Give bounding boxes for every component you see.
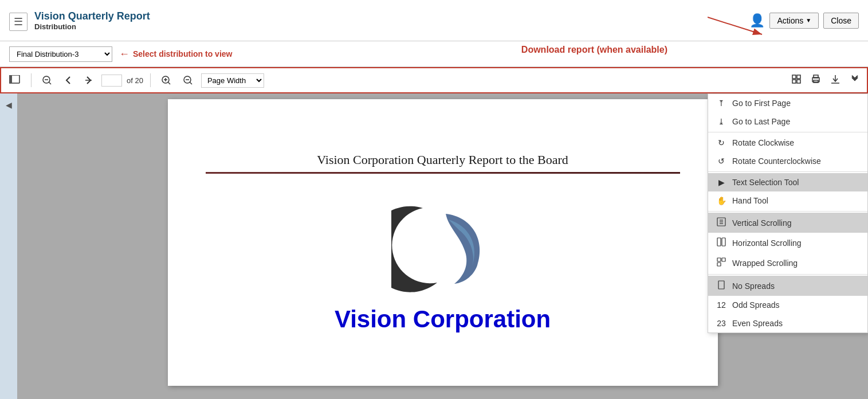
zoom-select[interactable]: Page Width Fit Page 50% 75% 100% 125% 15… xyxy=(201,73,264,88)
toggle-sidebar-toolbar-btn[interactable] xyxy=(6,74,24,87)
no-spreads-icon xyxy=(716,280,726,291)
wrapped-scroll-icon xyxy=(716,257,726,268)
odd-spreads-icon: 12 xyxy=(716,300,726,310)
menu-separator xyxy=(708,132,867,132)
toolbar-dropdown-menu: ⤒Go to First Page⤓Go to Last Page↻Rotate… xyxy=(708,93,868,333)
even-spreads-label: Even Spreads xyxy=(732,319,783,328)
svg-line-6 xyxy=(49,82,51,84)
odd-spreads-label: Odd Spreads xyxy=(732,300,780,310)
fit-page-btn[interactable] xyxy=(789,73,804,88)
pdf-page: Vision Corporation Quarterly Report to t… xyxy=(168,99,718,386)
text-sel-label: Text Selection Tool xyxy=(732,178,799,187)
toolbar-right xyxy=(789,73,862,88)
menu-separator xyxy=(708,171,867,172)
header-right: 👤 Actions ▼ Close xyxy=(749,13,859,29)
sidebar-toggle-icon[interactable]: ☰ xyxy=(9,13,28,31)
svg-rect-34 xyxy=(718,281,724,289)
svg-rect-15 xyxy=(792,75,796,79)
sidebar-toggle-icon xyxy=(9,75,21,85)
pdf-title-divider xyxy=(206,172,680,174)
horiz-scroll-label: Horizontal Scrolling xyxy=(732,238,802,248)
print-btn[interactable] xyxy=(808,73,823,88)
svg-rect-33 xyxy=(717,263,721,266)
svg-rect-32 xyxy=(722,258,725,261)
svg-rect-30 xyxy=(722,238,725,246)
rotate-cw-label: Rotate Clockwise xyxy=(732,138,794,147)
menu-item-go-first[interactable]: ⤒Go to First Page xyxy=(708,94,867,112)
toolbar-separator-2 xyxy=(150,73,151,87)
svg-rect-17 xyxy=(792,80,796,83)
text-sel-icon: ▶ xyxy=(716,178,726,187)
vision-corp-logo xyxy=(391,191,494,294)
header-text: Vision Quarterly Report Distribution xyxy=(34,10,150,31)
menu-item-wrapped-scroll[interactable]: Wrapped Scrolling xyxy=(708,253,867,273)
svg-rect-18 xyxy=(797,80,800,83)
more-btn[interactable] xyxy=(847,73,862,88)
menu-item-go-last[interactable]: ⤓Go to Last Page xyxy=(708,112,867,131)
menu-item-even-spreads[interactable]: 23Even Spreads xyxy=(708,314,867,332)
menu-separator xyxy=(708,211,867,212)
pdf-document-title: Vision Corporation Quarterly Report to t… xyxy=(317,152,568,167)
menu-item-text-sel[interactable]: ▶Text Selection Tool xyxy=(708,173,867,191)
svg-rect-16 xyxy=(797,75,800,79)
menu-item-no-spreads[interactable]: No Spreads xyxy=(708,276,867,296)
page-number-input[interactable]: 1 xyxy=(101,75,122,87)
document-subtitle: Distribution xyxy=(34,22,150,31)
menu-item-odd-spreads[interactable]: 12Odd Spreads xyxy=(708,296,867,314)
go-last-label: Go to Last Page xyxy=(732,117,790,126)
left-panel-btn[interactable]: ◀ xyxy=(3,98,14,112)
menu-separator xyxy=(708,274,867,275)
download-annotation: Download report (when available) xyxy=(521,45,667,55)
menu-item-hand[interactable]: ✋Hand Tool xyxy=(708,191,867,210)
distribution-bar: Final Distribution-3 ← Select distributi… xyxy=(0,41,868,67)
vert-scroll-icon xyxy=(716,217,726,228)
pdf-toolbar: 1 of 20 Page Width Fit Page 50% 75% 100%… xyxy=(0,67,868,93)
svg-line-11 xyxy=(168,82,170,84)
vert-scroll-label: Vertical Scrolling xyxy=(732,218,792,228)
pdf-company-name: Vision Corporation xyxy=(335,306,551,333)
actions-dropdown-arrow: ▼ xyxy=(806,17,811,24)
distribution-annotation: ← Select distribution to view xyxy=(119,48,232,60)
hand-label: Hand Tool xyxy=(732,196,768,205)
prev-page-btn[interactable] xyxy=(60,75,76,86)
menu-item-rotate-ccw[interactable]: ↺Rotate Counterclockwise xyxy=(708,152,867,170)
close-button[interactable]: Close xyxy=(823,13,859,29)
svg-rect-3 xyxy=(9,75,12,83)
go-first-label: Go to First Page xyxy=(732,99,791,108)
svg-rect-29 xyxy=(717,238,721,246)
distribution-select[interactable]: Final Distribution-3 xyxy=(9,46,112,62)
toolbar-separator xyxy=(31,73,32,87)
go-last-icon: ⤓ xyxy=(716,117,726,126)
main-content: ◀ Vision Corporation Quarterly Report to… xyxy=(0,93,868,399)
horiz-scroll-icon xyxy=(716,237,726,248)
go-first-icon: ⤒ xyxy=(716,99,726,108)
rotate-ccw-icon: ↺ xyxy=(716,157,726,166)
svg-rect-20 xyxy=(814,75,818,78)
zoom-in-btn[interactable] xyxy=(158,74,175,87)
rotate-cw-icon: ↻ xyxy=(716,138,726,147)
header: ☰ Vision Quarterly Report Distribution 👤… xyxy=(0,0,868,41)
no-spreads-label: No Spreads xyxy=(732,281,775,291)
distribution-annotation-text: Select distribution to view xyxy=(133,49,232,58)
actions-button[interactable]: Actions ▼ xyxy=(769,13,819,29)
left-panel: ◀ xyxy=(0,93,17,399)
zoom-out-btn-2[interactable] xyxy=(179,74,197,87)
person-icon: 👤 xyxy=(749,13,765,28)
left-arrow-icon: ← xyxy=(119,48,129,60)
menu-item-vert-scroll[interactable]: Vertical Scrolling xyxy=(708,213,867,233)
svg-rect-31 xyxy=(717,258,721,261)
header-left: ☰ Vision Quarterly Report Distribution xyxy=(9,10,150,31)
zoom-out-btn[interactable] xyxy=(38,74,56,87)
wrapped-scroll-label: Wrapped Scrolling xyxy=(732,259,798,268)
document-title: Vision Quarterly Report xyxy=(34,10,150,22)
even-spreads-icon: 23 xyxy=(716,319,726,328)
next-page-btn[interactable] xyxy=(81,75,97,86)
menu-item-horiz-scroll[interactable]: Horizontal Scrolling xyxy=(708,233,867,253)
download-btn[interactable] xyxy=(828,73,843,88)
rotate-ccw-label: Rotate Counterclockwise xyxy=(732,157,821,166)
menu-item-rotate-cw[interactable]: ↻Rotate Clockwise xyxy=(708,134,867,152)
page-total: of 20 xyxy=(127,76,143,85)
svg-line-14 xyxy=(190,82,192,84)
svg-rect-21 xyxy=(814,80,818,83)
hand-icon: ✋ xyxy=(716,196,726,205)
